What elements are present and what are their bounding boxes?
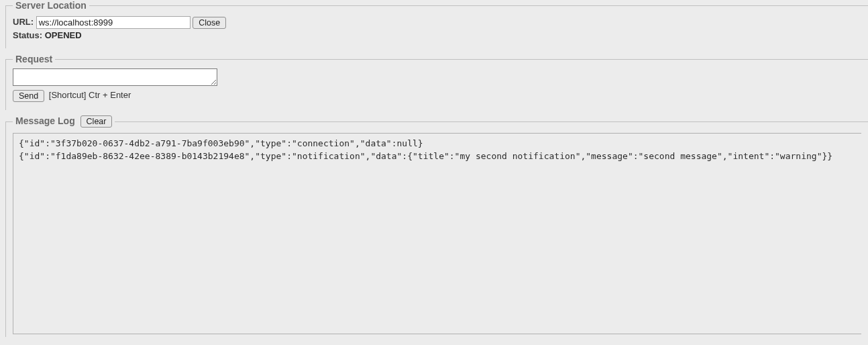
close-button[interactable]: Close [193, 17, 226, 29]
message-log-legend-text: Message Log [15, 115, 75, 126]
request-fieldset: Request Send [Shortcut] Ctr + Enter [5, 54, 868, 110]
request-legend: Request [13, 54, 55, 64]
request-input[interactable] [13, 68, 217, 86]
log-line: {"id":"f1da89eb-8632-42ee-8389-b0143b219… [19, 150, 856, 163]
log-line: {"id":"3f37b020-0637-4db2-a791-7ba9f003e… [19, 138, 856, 150]
status-label: Status: [13, 30, 42, 40]
server-location-legend: Server Location [13, 0, 89, 11]
send-button[interactable]: Send [13, 90, 44, 102]
message-log-box[interactable]: {"id":"3f37b020-0637-4db2-a791-7ba9f003e… [13, 133, 861, 334]
url-label: URL: [13, 17, 34, 27]
server-location-fieldset: Server Location URL: Close Status: OPENE… [5, 0, 868, 48]
status-value: OPENED [45, 30, 82, 40]
url-input[interactable] [36, 16, 191, 29]
clear-button[interactable]: Clear [80, 115, 113, 128]
message-log-legend: Message Log Clear [13, 115, 115, 128]
message-log-fieldset: Message Log Clear {"id":"3f37b020-0637-4… [5, 115, 868, 337]
shortcut-hint: [Shortcut] Ctr + Enter [49, 90, 131, 100]
